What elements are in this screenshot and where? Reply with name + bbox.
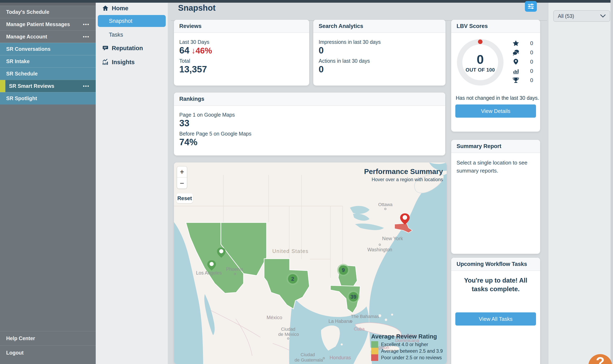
- active-indicator-bar: [0, 80, 5, 92]
- insights-chart-icon: [102, 59, 109, 65]
- subnav-item-tasks[interactable]: Tasks: [96, 30, 168, 40]
- subnav-item-label: Insights: [112, 59, 135, 65]
- lbv-metric-value: 0: [528, 68, 533, 74]
- lbv-metric-row: 0: [513, 68, 533, 74]
- location-dropdown[interactable]: All (53): [553, 10, 610, 22]
- subnav-item-label: Home: [112, 5, 128, 12]
- legend-swatch-yellow: [371, 348, 378, 354]
- svg-text:Honduras: Honduras: [329, 355, 351, 360]
- svg-text:Ottawa: Ottawa: [378, 202, 393, 207]
- sidebar-item-help-center[interactable]: Help Center: [0, 331, 96, 346]
- sidebar-item-sr-smart-reviews[interactable]: SR Smart Reviews •••: [0, 80, 96, 92]
- card-title: Rankings: [174, 92, 445, 106]
- map-zoom-control: + −: [177, 166, 187, 189]
- page5-label: Before Page 5 on Google Maps: [179, 131, 440, 137]
- ellipsis-menu-icon[interactable]: •••: [83, 22, 90, 27]
- sidebar-item-sr-schedule[interactable]: SR Schedule: [0, 67, 96, 80]
- sidebar-item-label: SR Schedule: [6, 71, 38, 77]
- location-filter-panel: All (53): [548, 0, 611, 364]
- card-title: LBV Scores: [451, 20, 540, 33]
- filter-settings-button[interactable]: [525, 1, 537, 12]
- legend-swatch-green: [371, 341, 378, 348]
- legend-item: Average between 2.5 and 3.9: [371, 348, 443, 354]
- card-title: Summary Report: [451, 140, 540, 153]
- workflow-status-message: You're up to date! All tasks complete.: [451, 276, 540, 293]
- subnav-item-home[interactable]: Home: [96, 3, 168, 13]
- zoom-in-button[interactable]: +: [177, 166, 187, 178]
- subnav-item-snapshot-active[interactable]: Snapshot: [98, 15, 166, 27]
- sidebar-item-logout[interactable]: Logout: [0, 346, 96, 360]
- page-scrollbar[interactable]: [611, 0, 613, 364]
- lbv-metric-list: 0 0 0 0 0: [513, 40, 533, 83]
- svg-text:Phoenix: Phoenix: [226, 267, 243, 272]
- sidebar-item-label: SR Intake: [6, 58, 30, 64]
- svg-text:de México: de México: [278, 332, 299, 337]
- summary-report-message: Select a single location to see summary …: [457, 159, 529, 175]
- workflow-tasks-card: Upcoming Workflow Tasks You're up to dat…: [451, 258, 540, 364]
- map-title: Performance Summary: [364, 167, 443, 176]
- ellipsis-menu-icon[interactable]: •••: [83, 83, 90, 89]
- sidebar-item-manage-account[interactable]: Manage Account •••: [0, 30, 96, 43]
- sidebar-item-manage-patient-messages[interactable]: Manage Patient Messages •••: [0, 18, 96, 30]
- performance-map-card: Ottawa United States New York Washington…: [174, 162, 447, 364]
- ellipsis-menu-icon[interactable]: •••: [83, 34, 90, 39]
- gauge-marker-dot: [478, 39, 482, 44]
- sidebar-item-sr-spotlight[interactable]: SR Spotlight: [0, 92, 96, 104]
- actions-value: 0: [319, 64, 440, 75]
- search-analytics-card: Search Analytics Impressions in last 30 …: [313, 20, 445, 86]
- cluster-count: 39: [351, 294, 356, 300]
- subnav-item-label: Tasks: [109, 32, 123, 38]
- impressions-label: Impressions in last 30 days: [319, 39, 440, 45]
- legend-label: Average between 2.5 and 3.9: [381, 348, 443, 354]
- legend-item: Poor under 2.5 or no reviews: [371, 354, 443, 361]
- cluster-marker-florida[interactable]: 39: [347, 291, 360, 303]
- main-sidebar: Overview Today's Schedule Manage Patient…: [0, 0, 96, 364]
- sidebar-item-label: Today's Schedule: [6, 9, 49, 15]
- map-legend: Average Review Rating Excellent 4.0 or h…: [371, 333, 443, 361]
- total-value: 13,357: [179, 64, 304, 75]
- speech-bubble-icon: [102, 45, 109, 52]
- sidebar-item-label: SR Conversations: [6, 46, 50, 52]
- sidebar-item-label: SR Spotlight: [6, 95, 37, 101]
- svg-text:de Guatemala: de Guatemala: [295, 357, 323, 363]
- sidebar-item-label: Help Center: [6, 335, 35, 341]
- svg-text:New York: New York: [382, 236, 403, 241]
- svg-text:The Bahamas: The Bahamas: [351, 314, 379, 319]
- arrow-down-icon: ↓: [191, 46, 196, 55]
- lbv-metric-value: 0: [528, 77, 533, 83]
- view-details-button[interactable]: View Details: [455, 104, 536, 118]
- page1-value: 33: [179, 118, 440, 129]
- lbv-metric-value: 0: [528, 40, 533, 46]
- svg-text:México: México: [267, 315, 282, 320]
- summary-report-card: Summary Report Select a single location …: [451, 140, 540, 254]
- legend-label: Poor under 2.5 or no reviews: [381, 355, 442, 361]
- lbv-metric-row: 0: [513, 58, 533, 65]
- map-reset-button[interactable]: Reset: [177, 193, 193, 203]
- dashboard-root: Overview Today's Schedule Manage Patient…: [0, 0, 613, 364]
- sidebar-item-todays-schedule[interactable]: Today's Schedule: [0, 6, 96, 18]
- svg-text:Ciudad: Ciudad: [281, 326, 295, 332]
- sidebar-item-sr-conversations[interactable]: SR Conversations: [0, 43, 96, 55]
- location-pin-icon: [513, 58, 519, 65]
- svg-text:Washington: Washington: [368, 247, 392, 252]
- last-30-days-value: 64↓46%: [179, 45, 304, 56]
- subnav-item-label: Reputation: [112, 45, 143, 52]
- legend-item: Excellent 4.0 or higher: [371, 341, 443, 348]
- subnav-item-insights[interactable]: Insights: [96, 57, 168, 67]
- bar-chart-icon: [513, 68, 519, 74]
- zoom-out-button[interactable]: −: [177, 178, 187, 189]
- cluster-marker-georgia[interactable]: 9: [337, 264, 350, 276]
- lbv-score-gauge: 0 OUT OF 100: [457, 39, 504, 86]
- cluster-marker-texas[interactable]: 2: [286, 273, 299, 285]
- question-mark-icon: ?: [596, 354, 605, 364]
- lbv-metric-value: 0: [528, 49, 533, 56]
- chevron-down-icon: [600, 14, 606, 18]
- subnav-item-reputation[interactable]: Reputation: [96, 43, 168, 53]
- sidebar-item-label: SR Smart Reviews: [6, 83, 54, 89]
- svg-text:Los Angeles: Los Angeles: [196, 270, 222, 275]
- sidebar-item-sr-intake[interactable]: SR Intake: [0, 55, 96, 67]
- view-all-tasks-button[interactable]: View All Tasks: [455, 312, 536, 325]
- lbv-metric-row: 0: [513, 77, 533, 83]
- lbv-status-note: Has not changed in the last 30 days.: [456, 95, 539, 101]
- sidebar-item-label: Logout: [6, 350, 24, 356]
